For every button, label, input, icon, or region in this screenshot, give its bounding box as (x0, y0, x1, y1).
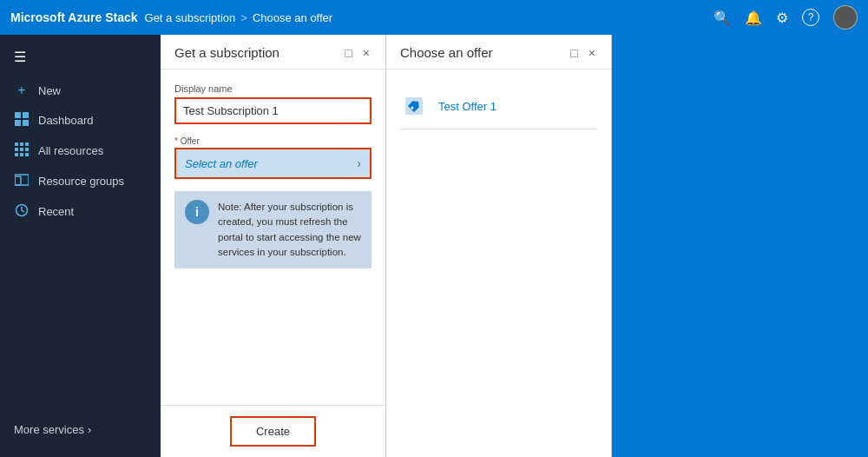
svg-rect-0 (15, 112, 21, 118)
breadcrumb-item-1[interactable]: Get a subscription (145, 11, 236, 24)
sidebar-item-all-resources-label: All resources (38, 144, 103, 157)
create-button[interactable]: Create (230, 416, 316, 447)
topbar-left: Microsoft Azure Stack Get a subscription… (10, 10, 332, 24)
offer-minimize-button[interactable]: □ (569, 46, 579, 60)
offer-field-group: Offer Select an offer › (174, 136, 372, 179)
main-layout: ☰ + New Dashboard All resources Resource… (0, 35, 868, 457)
hamburger-button[interactable]: ☰ (0, 42, 161, 72)
offer-panel-title: Choose an offer (400, 45, 492, 60)
more-services-arrow: › (88, 423, 91, 436)
bell-icon[interactable]: 🔔 (745, 10, 762, 26)
more-services-button[interactable]: More services › (0, 416, 161, 443)
sidebar-item-new[interactable]: + New (0, 76, 161, 105)
recent-icon (14, 203, 30, 220)
dashboard-icon (14, 112, 30, 129)
display-name-field-group: Display name (174, 83, 372, 124)
content-area: Get a subscription □ × Display name Offe… (161, 35, 868, 457)
topbar-right: 🔍 🔔 ⚙ ? (713, 5, 858, 30)
topbar: Microsoft Azure Stack Get a subscription… (0, 0, 868, 35)
subscription-minimize-button[interactable]: □ (343, 46, 353, 60)
offer-panel: Choose an offer □ × (386, 35, 612, 457)
svg-rect-3 (23, 120, 29, 126)
breadcrumb: Get a subscription > Choose an offer (145, 11, 333, 24)
info-icon: i (185, 200, 209, 224)
svg-rect-5 (20, 142, 23, 146)
sidebar-item-dashboard[interactable]: Dashboard (0, 105, 161, 136)
list-item[interactable]: Test Offer 1 (400, 83, 597, 129)
svg-rect-7 (15, 148, 18, 151)
subscription-panel-footer: Create (161, 405, 385, 457)
resource-groups-icon (14, 173, 30, 189)
sidebar-item-recent[interactable]: Recent (0, 196, 161, 227)
breadcrumb-item-2[interactable]: Choose an offer (253, 11, 332, 24)
info-text: Note: After your subscription is created… (218, 200, 361, 260)
settings-icon[interactable]: ⚙ (776, 10, 788, 26)
subscription-panel-title: Get a subscription (174, 45, 279, 60)
offer-tag-icon (400, 92, 428, 120)
display-name-input[interactable] (174, 97, 372, 124)
offer-panel-header: Choose an offer □ × (386, 35, 611, 70)
avatar[interactable] (833, 5, 858, 30)
sidebar-item-dashboard-label: Dashboard (38, 114, 94, 127)
svg-rect-12 (25, 153, 29, 156)
offer-name: Test Offer 1 (438, 100, 496, 113)
offer-panel-content: Test Offer 1 (386, 70, 611, 457)
more-services-label: More services (14, 423, 84, 436)
topbar-brand: Microsoft Azure Stack (10, 10, 138, 24)
info-box: i Note: After your subscription is creat… (174, 191, 372, 268)
subscription-panel: Get a subscription □ × Display name Offe… (161, 35, 386, 457)
offer-close-button[interactable]: × (587, 46, 597, 60)
help-icon[interactable]: ? (802, 9, 819, 26)
offer-placeholder: Select an offer (185, 157, 258, 170)
svg-rect-8 (20, 148, 23, 151)
offer-required-label: Offer (174, 136, 372, 146)
subscription-close-button[interactable]: × (361, 46, 372, 60)
sidebar: ☰ + New Dashboard All resources Resource… (0, 35, 161, 457)
offer-arrow-icon: › (357, 156, 361, 170)
display-name-label: Display name (174, 83, 372, 94)
sidebar-item-new-label: New (38, 84, 61, 97)
search-icon[interactable]: 🔍 (713, 10, 731, 26)
svg-rect-14 (15, 176, 21, 185)
svg-rect-10 (15, 153, 18, 156)
svg-rect-1 (23, 112, 29, 118)
right-panel (612, 35, 868, 457)
sidebar-item-resource-groups[interactable]: Resource groups (0, 166, 161, 196)
sidebar-item-all-resources[interactable]: All resources (0, 136, 161, 166)
subscription-content: Display name Offer Select an offer › i N… (161, 70, 385, 405)
subscription-panel-controls: □ × (343, 46, 372, 60)
svg-rect-9 (25, 148, 29, 151)
breadcrumb-separator: > (240, 11, 247, 24)
sidebar-item-recent-label: Recent (38, 205, 74, 218)
svg-rect-4 (15, 142, 18, 146)
subscription-panel-header: Get a subscription □ × (161, 35, 385, 70)
plus-icon: + (14, 83, 30, 98)
offer-panel-controls: □ × (569, 46, 597, 60)
svg-rect-11 (20, 153, 23, 156)
svg-rect-6 (25, 142, 29, 146)
svg-rect-2 (15, 120, 21, 126)
sidebar-item-resource-groups-label: Resource groups (38, 175, 124, 188)
all-resources-icon (14, 142, 30, 159)
offer-selector[interactable]: Select an offer › (174, 148, 372, 179)
